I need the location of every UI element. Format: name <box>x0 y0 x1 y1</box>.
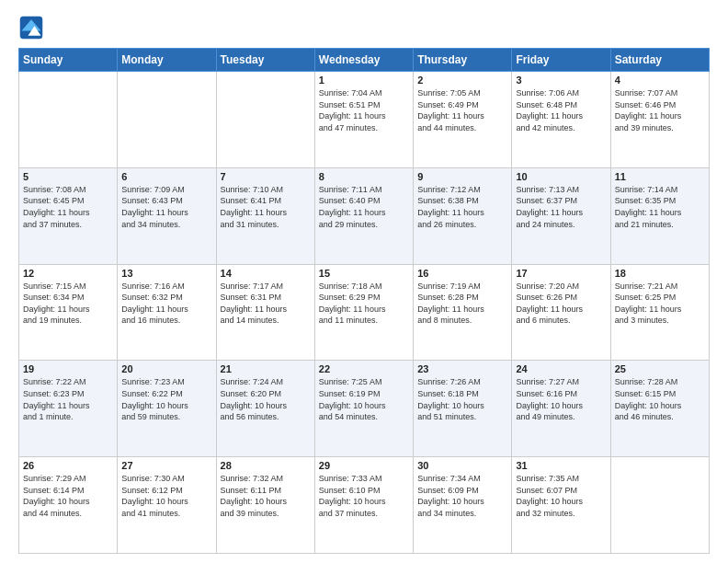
calendar-cell: 7Sunrise: 7:10 AM Sunset: 6:41 PM Daylig… <box>216 167 314 264</box>
calendar-cell <box>216 72 314 168</box>
day-info: Sunrise: 7:34 AM Sunset: 6:09 PM Dayligh… <box>417 473 507 519</box>
calendar-cell: 30Sunrise: 7:34 AM Sunset: 6:09 PM Dayli… <box>414 457 512 554</box>
day-info: Sunrise: 7:05 AM Sunset: 6:49 PM Dayligh… <box>417 87 507 133</box>
day-info: Sunrise: 7:13 AM Sunset: 6:37 PM Dayligh… <box>516 184 606 230</box>
day-number: 1 <box>319 75 409 86</box>
calendar-cell: 6Sunrise: 7:09 AM Sunset: 6:43 PM Daylig… <box>118 167 216 264</box>
day-info: Sunrise: 7:14 AM Sunset: 6:35 PM Dayligh… <box>615 184 705 230</box>
day-number: 9 <box>417 171 507 182</box>
day-info: Sunrise: 7:26 AM Sunset: 6:18 PM Dayligh… <box>417 376 507 422</box>
day-number: 11 <box>615 171 705 182</box>
day-number: 25 <box>615 363 705 374</box>
calendar-cell <box>19 72 118 168</box>
day-info: Sunrise: 7:28 AM Sunset: 6:15 PM Dayligh… <box>615 376 705 422</box>
calendar-cell: 2Sunrise: 7:05 AM Sunset: 6:49 PM Daylig… <box>414 72 512 168</box>
day-number: 23 <box>417 363 507 374</box>
day-info: Sunrise: 7:27 AM Sunset: 6:16 PM Dayligh… <box>516 376 606 422</box>
day-info: Sunrise: 7:24 AM Sunset: 6:20 PM Dayligh… <box>221 376 311 422</box>
day-info: Sunrise: 7:35 AM Sunset: 6:07 PM Dayligh… <box>516 473 606 519</box>
day-info: Sunrise: 7:32 AM Sunset: 6:11 PM Dayligh… <box>221 473 311 519</box>
calendar-week-3: 12Sunrise: 7:15 AM Sunset: 6:34 PM Dayli… <box>19 264 710 361</box>
calendar-week-1: 1Sunrise: 7:04 AM Sunset: 6:51 PM Daylig… <box>19 72 710 168</box>
day-info: Sunrise: 7:23 AM Sunset: 6:22 PM Dayligh… <box>121 376 211 422</box>
day-info: Sunrise: 7:10 AM Sunset: 6:41 PM Dayligh… <box>221 184 311 230</box>
calendar-week-4: 19Sunrise: 7:22 AM Sunset: 6:23 PM Dayli… <box>19 361 710 457</box>
logo <box>18 15 48 40</box>
calendar-header-sunday: Sunday <box>19 49 118 72</box>
calendar-cell: 26Sunrise: 7:29 AM Sunset: 6:14 PM Dayli… <box>19 457 118 554</box>
calendar-cell: 10Sunrise: 7:13 AM Sunset: 6:37 PM Dayli… <box>512 167 610 264</box>
day-info: Sunrise: 7:33 AM Sunset: 6:10 PM Dayligh… <box>319 473 409 519</box>
day-info: Sunrise: 7:30 AM Sunset: 6:12 PM Dayligh… <box>121 473 211 519</box>
day-info: Sunrise: 7:12 AM Sunset: 6:38 PM Dayligh… <box>417 184 507 230</box>
day-number: 24 <box>516 363 606 374</box>
calendar-cell: 14Sunrise: 7:17 AM Sunset: 6:31 PM Dayli… <box>216 264 314 361</box>
day-number: 22 <box>319 363 409 374</box>
day-number: 29 <box>319 460 409 471</box>
calendar-cell: 25Sunrise: 7:28 AM Sunset: 6:15 PM Dayli… <box>610 361 709 457</box>
calendar-header-wednesday: Wednesday <box>314 49 413 72</box>
calendar-cell: 19Sunrise: 7:22 AM Sunset: 6:23 PM Dayli… <box>19 361 118 457</box>
calendar-header-tuesday: Tuesday <box>216 49 314 72</box>
calendar-cell: 1Sunrise: 7:04 AM Sunset: 6:51 PM Daylig… <box>314 72 413 168</box>
day-info: Sunrise: 7:06 AM Sunset: 6:48 PM Dayligh… <box>516 87 606 133</box>
day-number: 27 <box>121 460 211 471</box>
calendar-cell: 20Sunrise: 7:23 AM Sunset: 6:22 PM Dayli… <box>118 361 216 457</box>
calendar-cell: 18Sunrise: 7:21 AM Sunset: 6:25 PM Dayli… <box>610 264 709 361</box>
day-number: 10 <box>516 171 606 182</box>
calendar-cell: 29Sunrise: 7:33 AM Sunset: 6:10 PM Dayli… <box>314 457 413 554</box>
calendar-header-saturday: Saturday <box>610 49 709 72</box>
day-number: 12 <box>23 268 113 279</box>
calendar-cell: 11Sunrise: 7:14 AM Sunset: 6:35 PM Dayli… <box>610 167 709 264</box>
page: SundayMondayTuesdayWednesdayThursdayFrid… <box>0 0 728 563</box>
day-info: Sunrise: 7:25 AM Sunset: 6:19 PM Dayligh… <box>319 376 409 422</box>
calendar-cell: 22Sunrise: 7:25 AM Sunset: 6:19 PM Dayli… <box>314 361 413 457</box>
day-number: 8 <box>319 171 409 182</box>
calendar-week-5: 26Sunrise: 7:29 AM Sunset: 6:14 PM Dayli… <box>19 457 710 554</box>
day-number: 16 <box>417 268 507 279</box>
calendar-cell: 12Sunrise: 7:15 AM Sunset: 6:34 PM Dayli… <box>19 264 118 361</box>
day-info: Sunrise: 7:17 AM Sunset: 6:31 PM Dayligh… <box>221 281 311 327</box>
calendar-cell: 13Sunrise: 7:16 AM Sunset: 6:32 PM Dayli… <box>118 264 216 361</box>
day-info: Sunrise: 7:07 AM Sunset: 6:46 PM Dayligh… <box>615 87 705 133</box>
calendar-cell: 21Sunrise: 7:24 AM Sunset: 6:20 PM Dayli… <box>216 361 314 457</box>
day-number: 5 <box>23 171 113 182</box>
day-number: 4 <box>615 75 705 86</box>
day-number: 18 <box>615 268 705 279</box>
day-number: 7 <box>221 171 311 182</box>
calendar-header-friday: Friday <box>512 49 610 72</box>
day-info: Sunrise: 7:16 AM Sunset: 6:32 PM Dayligh… <box>121 281 211 327</box>
day-number: 20 <box>121 363 211 374</box>
day-number: 28 <box>221 460 311 471</box>
calendar-cell: 31Sunrise: 7:35 AM Sunset: 6:07 PM Dayli… <box>512 457 610 554</box>
day-info: Sunrise: 7:29 AM Sunset: 6:14 PM Dayligh… <box>23 473 113 519</box>
day-number: 21 <box>221 363 311 374</box>
calendar-cell: 27Sunrise: 7:30 AM Sunset: 6:12 PM Dayli… <box>118 457 216 554</box>
calendar-cell: 4Sunrise: 7:07 AM Sunset: 6:46 PM Daylig… <box>610 72 709 168</box>
day-number: 13 <box>121 268 211 279</box>
day-number: 6 <box>121 171 211 182</box>
calendar-cell: 8Sunrise: 7:11 AM Sunset: 6:40 PM Daylig… <box>314 167 413 264</box>
header <box>18 15 710 40</box>
calendar-cell: 5Sunrise: 7:08 AM Sunset: 6:45 PM Daylig… <box>19 167 118 264</box>
day-number: 2 <box>417 75 507 86</box>
day-number: 3 <box>516 75 606 86</box>
day-info: Sunrise: 7:19 AM Sunset: 6:28 PM Dayligh… <box>417 281 507 327</box>
calendar-cell: 17Sunrise: 7:20 AM Sunset: 6:26 PM Dayli… <box>512 264 610 361</box>
day-info: Sunrise: 7:15 AM Sunset: 6:34 PM Dayligh… <box>23 281 113 327</box>
calendar-cell: 24Sunrise: 7:27 AM Sunset: 6:16 PM Dayli… <box>512 361 610 457</box>
day-number: 31 <box>516 460 606 471</box>
calendar-cell: 23Sunrise: 7:26 AM Sunset: 6:18 PM Dayli… <box>414 361 512 457</box>
day-number: 15 <box>319 268 409 279</box>
calendar-cell: 15Sunrise: 7:18 AM Sunset: 6:29 PM Dayli… <box>314 264 413 361</box>
day-number: 30 <box>417 460 507 471</box>
day-info: Sunrise: 7:11 AM Sunset: 6:40 PM Dayligh… <box>319 184 409 230</box>
day-info: Sunrise: 7:22 AM Sunset: 6:23 PM Dayligh… <box>23 376 113 422</box>
day-number: 26 <box>23 460 113 471</box>
day-info: Sunrise: 7:04 AM Sunset: 6:51 PM Dayligh… <box>319 87 409 133</box>
calendar-cell: 16Sunrise: 7:19 AM Sunset: 6:28 PM Dayli… <box>414 264 512 361</box>
calendar-cell: 28Sunrise: 7:32 AM Sunset: 6:11 PM Dayli… <box>216 457 314 554</box>
calendar-cell: 3Sunrise: 7:06 AM Sunset: 6:48 PM Daylig… <box>512 72 610 168</box>
day-info: Sunrise: 7:09 AM Sunset: 6:43 PM Dayligh… <box>121 184 211 230</box>
calendar-header-row: SundayMondayTuesdayWednesdayThursdayFrid… <box>19 49 710 72</box>
